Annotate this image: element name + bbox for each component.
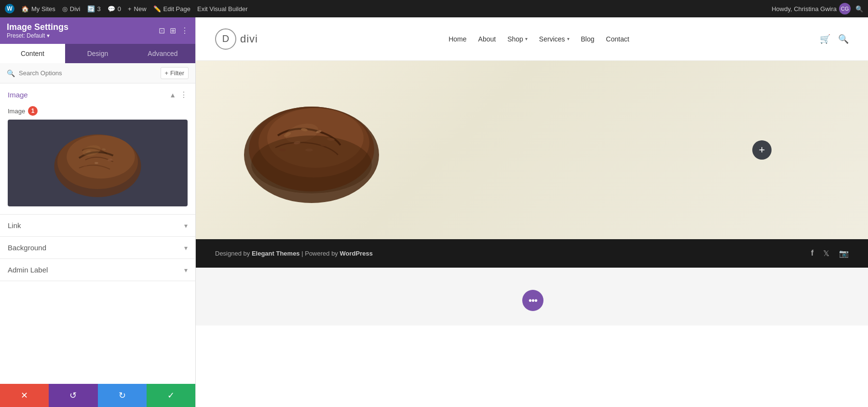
redo-icon: ↻ xyxy=(119,390,126,401)
nav-item-blog[interactable]: Blog xyxy=(581,35,595,43)
redo-button[interactable]: ↻ xyxy=(98,384,147,407)
hero-section: + xyxy=(196,61,868,239)
instagram-icon[interactable]: 📷 xyxy=(839,249,849,258)
image-field-label: Image 1 xyxy=(8,106,188,116)
comments-count: 0 xyxy=(118,5,121,13)
new-btn[interactable]: + New xyxy=(128,5,147,13)
my-sites-label: My Sites xyxy=(31,5,55,13)
refresh-btn[interactable]: 🔄 3 xyxy=(87,5,101,13)
exit-builder-btn[interactable]: Exit Visual Builder xyxy=(197,5,248,13)
panel-title: Image Settings xyxy=(7,22,68,32)
nav-contact-label: Contact xyxy=(606,35,629,43)
nav-blog-label: Blog xyxy=(581,35,595,43)
new-label: New xyxy=(134,5,147,13)
filter-button[interactable]: + Filter xyxy=(161,67,189,79)
plus-icon: + xyxy=(128,5,132,13)
minimize-icon[interactable]: ⊡ xyxy=(159,26,165,35)
cart-icon[interactable]: 🛒 xyxy=(820,34,830,44)
comments-btn[interactable]: 💬 0 xyxy=(108,5,121,13)
chevron-down-icon: ▾ xyxy=(47,32,50,39)
image-section: Image ▲ ⋮ Image 1 xyxy=(0,83,195,215)
link-section-header[interactable]: Link ▾ xyxy=(0,215,195,236)
search-bar: 🔍 + Filter xyxy=(0,63,195,83)
user-greeting[interactable]: Howdy, Christina Gwira CG xyxy=(772,3,851,14)
my-sites-btn[interactable]: 🏠 My Sites xyxy=(21,5,55,13)
panel-header-actions: ⊡ ⊞ ⋮ xyxy=(159,26,189,35)
action-bar: ✕ ↺ ↻ ✓ xyxy=(0,384,195,407)
svg-point-5 xyxy=(95,162,98,164)
add-content-button[interactable]: + xyxy=(752,140,772,160)
site-preview: D divi Home About Shop ▾ Services ▾ xyxy=(196,17,868,407)
image-section-menu-icon[interactable]: ⋮ xyxy=(180,90,188,99)
expand-icon[interactable]: ⊞ xyxy=(170,26,176,35)
background-chevron-icon: ▾ xyxy=(184,244,188,252)
logo-name: divi xyxy=(240,33,258,45)
undo-icon: ↺ xyxy=(69,390,77,401)
search-options-input[interactable] xyxy=(19,69,157,77)
svg-point-7 xyxy=(83,165,87,167)
tab-content-label: Content xyxy=(21,50,44,57)
nav-item-about[interactable]: About xyxy=(478,35,496,43)
admin-label-section: Admin Label ▾ xyxy=(0,259,195,281)
nav-item-shop[interactable]: Shop ▾ xyxy=(507,35,528,43)
hero-bread-image xyxy=(234,82,389,217)
nav-item-contact[interactable]: Contact xyxy=(606,35,629,43)
wp-admin-bar: W 🏠 My Sites ◎ Divi 🔄 3 💬 0 + New ✏️ Edi… xyxy=(0,0,868,17)
search-options-icon: 🔍 xyxy=(7,69,15,77)
nav-home-label: Home xyxy=(448,35,466,43)
cancel-icon: ✕ xyxy=(21,390,28,401)
module-options-button[interactable]: ••• xyxy=(522,290,543,311)
footer-elegant-themes: Elegant Themes xyxy=(252,250,300,257)
comments-icon: 💬 xyxy=(108,5,115,13)
preset-label: Preset: Default xyxy=(7,32,45,39)
nav-services-label: Services xyxy=(539,35,565,43)
search-nav-icon[interactable]: 🔍 xyxy=(838,34,849,44)
refresh-count: 3 xyxy=(97,5,101,13)
more-options-icon[interactable]: ⋮ xyxy=(181,26,189,35)
nav-utility-icons: 🛒 🔍 xyxy=(820,34,849,44)
wp-logo-btn[interactable]: W xyxy=(5,4,14,14)
cancel-button[interactable]: ✕ xyxy=(0,384,49,407)
panel-preset[interactable]: Preset: Default ▾ xyxy=(7,32,68,39)
footer-separator: | Powered by xyxy=(301,250,338,257)
image-chevron-up-icon: ▲ xyxy=(169,91,176,99)
image-preview[interactable] xyxy=(8,120,188,206)
footer-wordpress: WordPress xyxy=(340,250,373,257)
save-icon: ✓ xyxy=(167,390,175,401)
nav-item-home[interactable]: Home xyxy=(448,35,466,43)
admin-search-btn[interactable]: 🔍 xyxy=(855,5,863,13)
save-button[interactable]: ✓ xyxy=(147,384,195,407)
divi-icon: ◎ xyxy=(62,5,68,13)
admin-label-section-header[interactable]: Admin Label ▾ xyxy=(0,259,195,281)
refresh-icon: 🔄 xyxy=(87,5,95,13)
image-badge: 1 xyxy=(28,106,38,116)
greeting-text: Howdy, Christina Gwira xyxy=(772,5,837,13)
panel-content: Image ▲ ⋮ Image 1 xyxy=(0,83,195,384)
site-logo[interactable]: D divi xyxy=(215,28,258,50)
wp-logo-icon: W xyxy=(5,4,14,14)
background-section-header[interactable]: Background ▾ xyxy=(0,237,195,258)
filter-plus-icon: + xyxy=(165,69,169,77)
image-section-title: Image xyxy=(8,91,28,99)
nav-about-label: About xyxy=(478,35,496,43)
tab-design-label: Design xyxy=(87,50,108,57)
link-section: Link ▾ xyxy=(0,215,195,237)
site-menu: Home About Shop ▾ Services ▾ Blog Contac xyxy=(448,35,629,43)
avatar: CG xyxy=(839,3,851,14)
filter-label: Filter xyxy=(170,69,184,77)
footer-prefix: Designed by xyxy=(215,250,250,257)
tab-content[interactable]: Content xyxy=(0,44,65,63)
nav-item-services[interactable]: Services ▾ xyxy=(539,35,570,43)
panel-header: Image Settings Preset: Default ▾ ⊡ ⊞ ⋮ xyxy=(0,17,195,44)
edit-page-btn[interactable]: ✏️ Edit Page xyxy=(153,5,190,13)
twitter-icon[interactable]: 𝕏 xyxy=(823,249,829,258)
divi-btn[interactable]: ◎ Divi xyxy=(62,5,81,13)
facebook-icon[interactable]: f xyxy=(811,249,814,258)
tab-advanced[interactable]: Advanced xyxy=(130,44,195,63)
pencil-icon: ✏️ xyxy=(153,5,161,13)
settings-tabs: Content Design Advanced xyxy=(0,44,195,63)
image-upload-area: Image 1 xyxy=(0,106,195,214)
image-section-header[interactable]: Image ▲ ⋮ xyxy=(0,83,195,106)
tab-design[interactable]: Design xyxy=(65,44,130,63)
undo-button[interactable]: ↺ xyxy=(49,384,97,407)
